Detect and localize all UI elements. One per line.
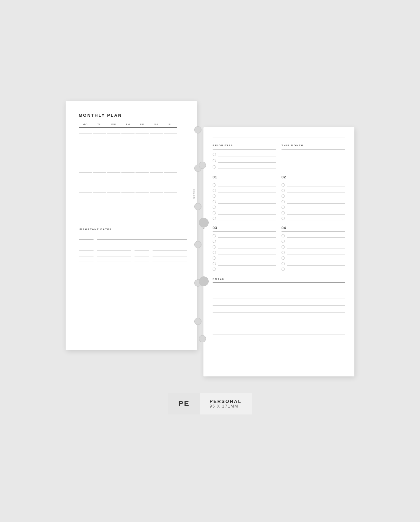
day-tu: TU xyxy=(93,123,106,126)
personal-label: PERSONAL xyxy=(210,399,242,404)
priority-line-2 xyxy=(218,159,276,163)
day-th: TH xyxy=(121,123,135,126)
week-3-cell-2 xyxy=(93,169,106,173)
date-short-2b xyxy=(135,241,149,245)
m04-circle-1 xyxy=(282,234,285,237)
m01-line-7 xyxy=(218,216,276,220)
month-01-item-3 xyxy=(213,194,276,198)
m01-line-2 xyxy=(218,189,276,192)
personal-box: PERSONAL 95 X 171MM xyxy=(200,393,252,414)
week-3-cell-7 xyxy=(164,169,177,173)
m03-circle-4 xyxy=(213,251,216,254)
week-4-cell-3 xyxy=(107,189,120,192)
notes-header: NOTES xyxy=(213,277,345,280)
left-page: MONTHLY PLAN MO TU WE TH FR SA SU xyxy=(66,101,197,350)
week-2-lines xyxy=(79,149,187,153)
date-long-2 xyxy=(97,241,131,245)
this-month-header: THIS MONTH xyxy=(282,144,345,147)
m02-circle-1 xyxy=(282,183,285,187)
priority-circle-2 xyxy=(213,159,216,162)
week-2-cell-7 xyxy=(164,149,177,153)
week-3-space xyxy=(79,173,187,184)
month-01-item-2 xyxy=(213,189,276,192)
right-hole-1 xyxy=(199,162,206,169)
week-4-block xyxy=(79,189,187,204)
notes-line-5 xyxy=(213,314,345,320)
date-short-4b xyxy=(135,252,149,256)
month-02-item-7 xyxy=(282,216,345,220)
notes-section-divider xyxy=(213,282,345,283)
priority-item-1 xyxy=(213,152,276,156)
week-4-cell-4 xyxy=(121,189,135,192)
m03-line-6 xyxy=(218,262,276,266)
m02-line-4 xyxy=(287,200,345,204)
month-02-item-6 xyxy=(282,211,345,215)
month-03-item-2 xyxy=(213,239,276,243)
notes-section: NOTES xyxy=(213,277,345,334)
priority-circle-3 xyxy=(213,165,216,169)
this-month-col: THIS MONTH xyxy=(276,144,345,172)
m01-circle-7 xyxy=(213,217,216,220)
month-02-item-3 xyxy=(282,194,345,198)
month-01-divider xyxy=(213,181,276,181)
right-hole-3 xyxy=(199,276,209,286)
pages-container: MONTHLY PLAN MO TU WE TH FR SA SU xyxy=(66,101,354,376)
date-short-5 xyxy=(79,258,94,262)
week-4-lines xyxy=(79,189,187,192)
m04-line-1 xyxy=(287,234,345,238)
priorities-header: PRIORITIES xyxy=(213,144,276,147)
week-4-cell-6 xyxy=(150,189,163,192)
week-1-cell-2 xyxy=(93,130,106,133)
m02-circle-5 xyxy=(282,206,285,209)
m01-line-4 xyxy=(218,200,276,204)
m04-line-2 xyxy=(287,239,345,243)
m02-line-1 xyxy=(287,183,345,187)
month-03-section: 03 xyxy=(213,226,276,273)
date-long-1 xyxy=(97,236,187,240)
m03-line-4 xyxy=(218,251,276,254)
page-title: MONTHLY PLAN xyxy=(79,113,187,118)
month-03-item-3 xyxy=(213,245,276,249)
m01-circle-1 xyxy=(213,183,216,187)
m02-circle-3 xyxy=(282,194,285,198)
date-long-5 xyxy=(97,258,131,262)
m04-circle-5 xyxy=(282,256,285,260)
important-dates-divider xyxy=(79,233,187,233)
week-2-cell-5 xyxy=(136,149,149,153)
day-su: SU xyxy=(164,123,177,126)
m01-line-1 xyxy=(218,183,276,187)
m03-circle-2 xyxy=(213,240,216,243)
week-5-block xyxy=(79,208,187,223)
m03-line-3 xyxy=(218,245,276,249)
week-1-cell-4 xyxy=(121,130,135,133)
month-03-divider xyxy=(213,231,276,232)
priority-line-1 xyxy=(218,152,276,156)
m01-line-6 xyxy=(218,211,276,215)
calendar-top-divider xyxy=(79,127,177,128)
month-02-item-2 xyxy=(282,189,345,192)
day-we: WE xyxy=(107,123,120,126)
month-01-num: 01 xyxy=(213,175,276,179)
month-03-num: 03 xyxy=(213,226,276,230)
date-long-3b xyxy=(153,247,187,251)
month-03-item-4 xyxy=(213,251,276,254)
right-page: PRIORITIES THIS MONTH xyxy=(203,127,354,376)
m02-circle-4 xyxy=(282,200,285,203)
week-5-cell-4 xyxy=(121,208,135,212)
week-1-cell-3 xyxy=(107,130,120,133)
m02-line-5 xyxy=(287,205,345,209)
m03-circle-7 xyxy=(213,268,216,271)
date-row-3 xyxy=(79,247,187,251)
right-top-line xyxy=(213,137,345,137)
m02-circle-7 xyxy=(282,217,285,220)
week-2-cell-6 xyxy=(150,149,163,153)
month-02-item-1 xyxy=(282,183,345,187)
m03-line-2 xyxy=(218,239,276,243)
week-4-cell-5 xyxy=(136,189,149,192)
m02-line-3 xyxy=(287,194,345,198)
month-04-item-7 xyxy=(282,267,345,271)
m04-circle-2 xyxy=(282,240,285,243)
week-1-cell-6 xyxy=(150,130,163,133)
date-long-4 xyxy=(97,252,131,256)
date-row-1 xyxy=(79,236,187,240)
